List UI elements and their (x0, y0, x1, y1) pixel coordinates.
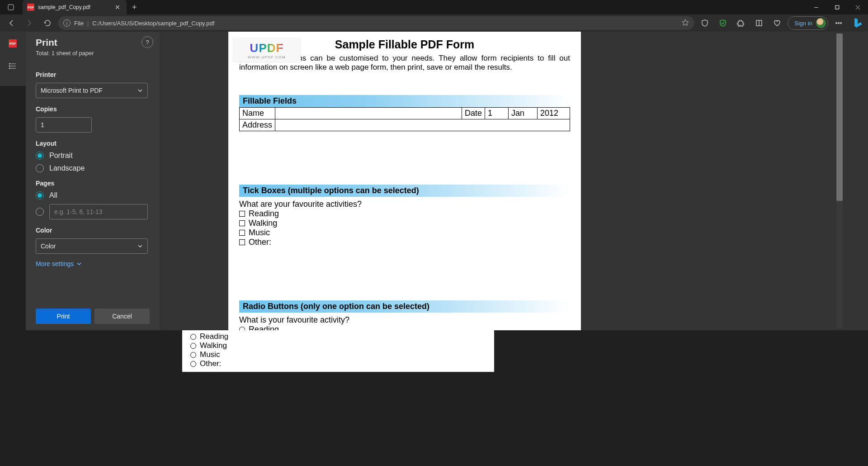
close-window-button[interactable] (847, 0, 868, 14)
pdf-icon: PDF (27, 4, 34, 11)
pages-range-input[interactable]: e.g. 1-5, 8, 11-13 (49, 204, 148, 219)
watermark-sub: WWW.UPDF.COM (248, 55, 286, 59)
tab-close-button[interactable]: ✕ (113, 4, 122, 11)
layout-portrait-radio[interactable]: Portrait (36, 152, 150, 160)
window-controls (806, 0, 868, 14)
checkbox-icon (239, 220, 245, 226)
site-info-icon[interactable]: i (63, 19, 71, 27)
printer-select[interactable]: Microsoft Print to PDF (36, 83, 148, 98)
print-help-button[interactable]: ? (142, 36, 153, 48)
svg-point-10 (840, 23, 842, 24)
more-settings-toggle[interactable]: More settings (36, 260, 150, 267)
new-tab-button[interactable]: + (127, 3, 142, 12)
chevron-down-icon (76, 261, 82, 266)
more-menu-button[interactable] (831, 15, 846, 31)
radio-option-label: Reading (200, 332, 228, 341)
browser-essentials-button[interactable] (769, 15, 785, 31)
layout-section-label: Layout (36, 140, 150, 147)
printer-value: Microsoft Print to PDF (41, 87, 103, 94)
extensions-button[interactable] (733, 15, 749, 31)
refresh-button[interactable] (40, 15, 55, 31)
chevron-down-icon (137, 243, 143, 249)
tick-option[interactable]: Walking (239, 219, 570, 228)
preview-page: UPDF WWW.UPDF.COM Sample Fillable PDF Fo… (228, 32, 581, 330)
minimize-button[interactable] (806, 0, 826, 14)
tick-option[interactable]: Reading (239, 209, 570, 219)
cancel-button[interactable]: Cancel (94, 309, 150, 324)
tick-option-label: Walking (249, 219, 277, 228)
radio-circle-icon (190, 361, 196, 367)
adblock-button[interactable] (715, 15, 731, 31)
radio-option-overflow[interactable]: Walking (190, 341, 486, 350)
radio-option-label: Walking (200, 341, 227, 350)
pages-custom-radio[interactable]: e.g. 1-5, 8, 11-13 (36, 204, 150, 219)
radio-option-overflow[interactable]: Music (190, 350, 486, 359)
cancel-button-label: Cancel (112, 313, 132, 320)
radio-option-label: Reading (249, 325, 279, 330)
scrollbar-thumb[interactable] (836, 33, 843, 201)
print-button[interactable]: Print (36, 309, 91, 324)
back-button[interactable] (4, 15, 19, 31)
radio-circle-icon (239, 327, 245, 330)
address-bar[interactable]: i File | C:/Users/ASUS/Desktop/sample_pd… (58, 16, 694, 30)
checkbox-icon (239, 211, 245, 217)
radio-circle-icon (190, 352, 196, 358)
collections-button[interactable] (751, 15, 767, 31)
radio-circle-icon (190, 343, 196, 349)
color-select[interactable]: Color (36, 238, 148, 254)
more-settings-label: More settings (36, 260, 74, 267)
name-field[interactable] (275, 108, 462, 119)
pages-all-radio[interactable]: All (36, 191, 150, 200)
tracking-prevention-button[interactable] (697, 15, 712, 31)
date-month[interactable]: Jan (509, 108, 538, 119)
date-label: Date (462, 108, 485, 119)
address-path: C:/Users/ASUS/Desktop/sample_pdf_Copy.pd… (92, 20, 214, 27)
contents-button[interactable] (2, 55, 24, 77)
tick-option-label: Reading (249, 209, 279, 219)
square-icon (7, 4, 14, 11)
layout-portrait-label: Portrait (49, 152, 73, 160)
print-dialog: Print Total: 1 sheet of paper ? Printer … (26, 32, 160, 330)
date-year[interactable]: 2012 (538, 108, 570, 119)
radio-icon (36, 152, 44, 160)
date-day[interactable]: 1 (485, 108, 509, 119)
fillable-table: Name Date 1 Jan 2012 Address (239, 107, 570, 131)
signin-button[interactable]: Sign in (788, 16, 828, 30)
radio-option[interactable]: Reading (239, 325, 570, 330)
radio-question: What is your favourite activity? (239, 315, 570, 325)
svg-point-14 (9, 63, 10, 64)
printer-section-label: Printer (36, 71, 150, 78)
layout-landscape-label: Landscape (49, 164, 85, 172)
signin-label: Sign in (794, 20, 812, 27)
address-separator: | (87, 20, 89, 27)
radio-icon (36, 208, 44, 216)
print-preview: UPDF WWW.UPDF.COM Sample Fillable PDF Fo… (160, 32, 868, 330)
copies-input[interactable] (36, 117, 92, 133)
radio-circle-icon (190, 334, 196, 340)
pdf-toolbar-left: PDF (0, 32, 26, 86)
favorite-button[interactable] (682, 19, 689, 28)
radio-icon (36, 191, 44, 200)
layout-landscape-radio[interactable]: Landscape (36, 164, 150, 172)
address-field[interactable] (275, 119, 570, 131)
tick-option[interactable]: Music (239, 228, 570, 238)
chevron-down-icon (137, 88, 143, 93)
maximize-button[interactable] (826, 0, 847, 14)
bing-button[interactable] (852, 17, 864, 29)
tick-heading: Tick Boxes (multiple options can be sele… (239, 185, 570, 197)
print-button-label: Print (57, 313, 70, 320)
copies-section-label: Copies (36, 105, 150, 113)
tick-option[interactable]: Other: (239, 238, 570, 247)
checkbox-icon (239, 230, 245, 236)
titlebar: PDF sample_pdf_Copy.pdf ✕ + (0, 0, 868, 14)
radio-option-overflow[interactable]: Other: (190, 359, 486, 368)
address-scheme: File (74, 20, 84, 27)
print-subtitle: Total: 1 sheet of paper (36, 50, 150, 57)
svg-point-8 (836, 23, 837, 24)
browser-tab[interactable]: PDF sample_pdf_Copy.pdf ✕ (23, 0, 127, 14)
radio-option-overflow[interactable]: Reading (190, 332, 486, 341)
checkbox-icon (239, 239, 245, 245)
forward-button (22, 15, 37, 31)
svg-point-15 (9, 66, 10, 67)
tab-actions-button[interactable] (0, 0, 22, 14)
